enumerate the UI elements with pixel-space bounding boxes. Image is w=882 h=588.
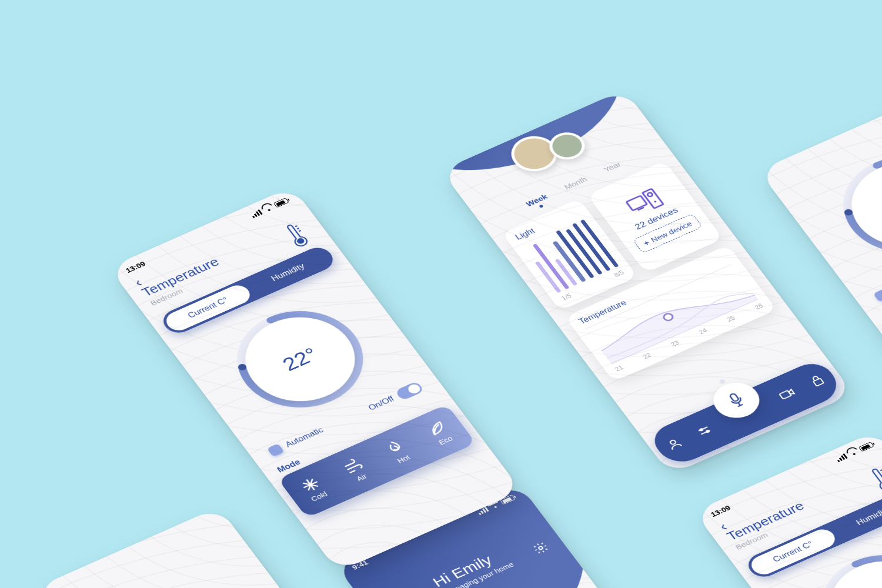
axis-end: 8/5	[613, 269, 625, 279]
svg-rect-8	[780, 390, 791, 399]
axis-start: 1/5	[560, 292, 573, 302]
nav-lock[interactable]	[807, 373, 828, 390]
axis-tick: 22	[642, 352, 653, 360]
svg-point-5	[669, 440, 676, 445]
axis-tick: 25	[726, 315, 737, 323]
automatic-toggle[interactable]: Automatic	[873, 270, 882, 302]
svg-rect-0	[626, 195, 647, 210]
slider-handle[interactable]	[661, 312, 676, 323]
svg-point-4	[653, 200, 656, 202]
svg-point-18	[843, 208, 854, 217]
phone-home-top: Week Month Year Light 1/5 8/5 22 devices…	[441, 89, 854, 475]
svg-point-17	[826, 143, 882, 266]
signal-icon	[835, 453, 848, 462]
wifi-icon	[847, 449, 859, 457]
mode-hot[interactable]: Hot	[383, 437, 414, 465]
mode-eco[interactable]: Eco	[424, 419, 456, 447]
mode-air[interactable]: Air	[340, 456, 372, 485]
checkbox-icon	[873, 289, 882, 302]
svg-point-3	[647, 192, 653, 196]
svg-point-7	[706, 430, 710, 433]
svg-point-19	[538, 546, 543, 550]
axis-tick: 24	[697, 327, 709, 335]
nav-camera[interactable]	[776, 386, 799, 404]
nav-profile[interactable]	[664, 436, 686, 454]
dial-value: 22°	[278, 343, 322, 375]
axis-tick: 21	[614, 364, 625, 372]
wifi-icon	[262, 205, 274, 213]
svg-rect-10	[729, 393, 739, 402]
svg-point-11	[296, 238, 305, 244]
svg-point-6	[700, 429, 703, 432]
phone-temperature: 13:09 ‹ Temperature Bedroom Current C° H…	[109, 186, 522, 572]
svg-rect-9	[813, 378, 824, 386]
plus-icon: +	[642, 238, 651, 247]
signal-icon	[250, 209, 263, 218]
axis-tick: 26	[753, 302, 764, 310]
svg-point-13	[236, 363, 248, 372]
phone-temperature: 13:09 ‹ Temperature Bedroom Current C° H…	[694, 430, 882, 588]
axis-tick: 23	[670, 339, 681, 348]
mode-cold[interactable]: Cold	[298, 475, 330, 503]
nav-sliders[interactable]	[694, 423, 716, 440]
